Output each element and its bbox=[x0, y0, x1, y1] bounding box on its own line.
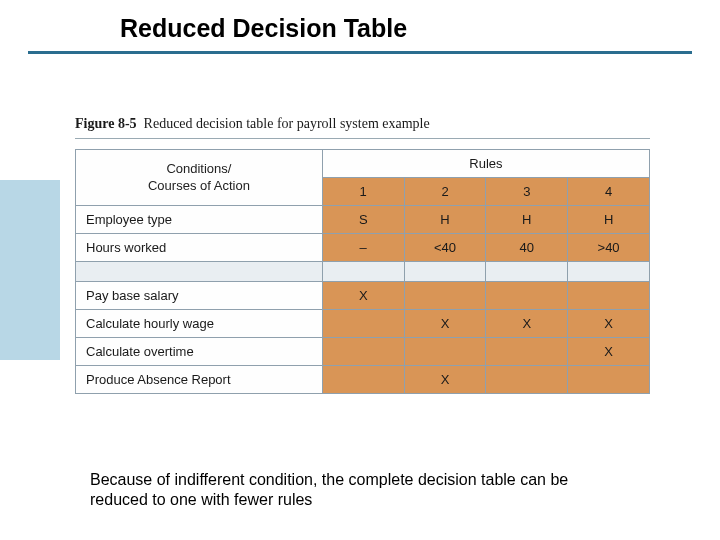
action-cell: X bbox=[568, 310, 650, 338]
action-label: Calculate overtime bbox=[76, 338, 323, 366]
action-cell bbox=[486, 338, 568, 366]
rule-num: 4 bbox=[568, 178, 650, 206]
action-cell bbox=[486, 366, 568, 394]
header-conditions: Conditions/ Courses of Action bbox=[76, 150, 323, 206]
action-cell bbox=[568, 366, 650, 394]
action-cell bbox=[322, 310, 404, 338]
rule-num: 1 bbox=[322, 178, 404, 206]
action-cell: X bbox=[404, 366, 486, 394]
header-rules: Rules bbox=[322, 150, 649, 178]
action-cell bbox=[404, 338, 486, 366]
cond-cell: S bbox=[322, 206, 404, 234]
figure-caption: Figure 8-5 Reduced decision table for pa… bbox=[75, 116, 650, 139]
figure: Figure 8-5 Reduced decision table for pa… bbox=[75, 116, 650, 394]
side-accent-block bbox=[0, 180, 60, 360]
title-bar: Reduced Decision Table bbox=[0, 0, 720, 47]
action-label: Calculate hourly wage bbox=[76, 310, 323, 338]
cond-label: Employee type bbox=[76, 206, 323, 234]
cond-cell: H bbox=[568, 206, 650, 234]
rule-num: 2 bbox=[404, 178, 486, 206]
decision-table: Conditions/ Courses of Action Rules 1 2 … bbox=[75, 149, 650, 394]
action-cell: X bbox=[486, 310, 568, 338]
figure-number: Figure 8-5 bbox=[75, 116, 137, 131]
title-underline bbox=[28, 51, 692, 54]
cond-cell: – bbox=[322, 234, 404, 262]
rule-num: 3 bbox=[486, 178, 568, 206]
cond-cell: <40 bbox=[404, 234, 486, 262]
cond-cell: H bbox=[404, 206, 486, 234]
slide-title: Reduced Decision Table bbox=[120, 14, 407, 42]
action-cell bbox=[322, 366, 404, 394]
action-cell bbox=[404, 282, 486, 310]
cond-cell: >40 bbox=[568, 234, 650, 262]
action-label: Pay base salary bbox=[76, 282, 323, 310]
action-cell bbox=[322, 338, 404, 366]
cond-cell: H bbox=[486, 206, 568, 234]
bottom-caption: Because of indifferent condition, the co… bbox=[90, 470, 630, 510]
action-cell: X bbox=[322, 282, 404, 310]
cond-cell: 40 bbox=[486, 234, 568, 262]
spacer-row bbox=[76, 262, 650, 282]
action-cell bbox=[568, 282, 650, 310]
action-cell: X bbox=[568, 338, 650, 366]
cond-label: Hours worked bbox=[76, 234, 323, 262]
action-cell: X bbox=[404, 310, 486, 338]
figure-desc: Reduced decision table for payroll syste… bbox=[144, 116, 430, 131]
action-label: Produce Absence Report bbox=[76, 366, 323, 394]
action-cell bbox=[486, 282, 568, 310]
